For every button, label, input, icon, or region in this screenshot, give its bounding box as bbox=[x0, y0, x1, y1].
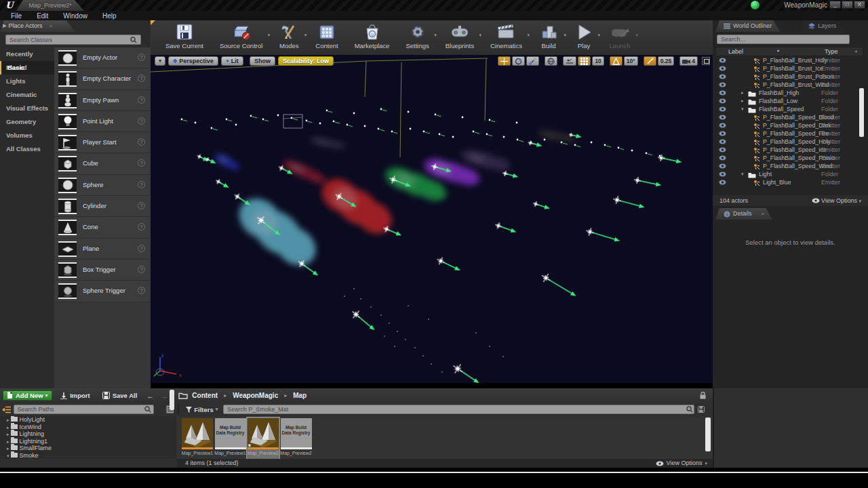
outliner-header[interactable]: Label ▴ Type ▾ bbox=[715, 47, 863, 56]
help-icon[interactable]: ? bbox=[138, 223, 145, 230]
outliner-row-flashball_low[interactable]: ▸FlashBall_LowFolder bbox=[715, 97, 863, 105]
marketplace-button[interactable]: uMarketplace bbox=[347, 20, 398, 55]
place-item-sphere-trigger[interactable]: Sphere Trigger? bbox=[54, 281, 151, 302]
outliner-search-input[interactable]: Search... bbox=[717, 35, 850, 44]
rotation-snap-value[interactable]: 10° bbox=[624, 56, 638, 66]
breadcrumb-content[interactable]: Content bbox=[192, 392, 218, 399]
lit-button[interactable]: ●Lit bbox=[221, 56, 243, 66]
menu-file[interactable]: File bbox=[4, 12, 28, 20]
translate-tool-icon[interactable] bbox=[498, 56, 511, 66]
tab-layers[interactable]: Layers bbox=[800, 20, 844, 32]
help-icon[interactable]: ? bbox=[138, 54, 145, 61]
blueprints-button[interactable]: Blueprints▾ bbox=[437, 20, 482, 55]
viewport-options-dropdown[interactable]: ▾ bbox=[155, 56, 165, 66]
outliner-row-p_flashball_speed_dark[interactable]: P_FlashBall_Speed_DarkEmitter bbox=[715, 121, 863, 129]
outliner-row-p_flashball_speed_poisio[interactable]: P_FlashBall_Speed_PoisioEmitter bbox=[715, 154, 863, 162]
modes-button[interactable]: Modes▾ bbox=[271, 20, 307, 55]
scalability-button[interactable]: Scalability: Low bbox=[278, 56, 334, 66]
assets-scrollbar[interactable] bbox=[705, 418, 711, 451]
category-visual-effects[interactable]: Visual Effects bbox=[0, 102, 54, 115]
save-current-button[interactable]: Save Current bbox=[157, 20, 212, 55]
help-icon[interactable]: ? bbox=[138, 117, 145, 125]
outliner-row-p_flashball_speed_holy[interactable]: P_FlashBall_Speed_HolyEmitter bbox=[715, 138, 863, 146]
asset-map_preview1-builddata[interactable]: Map Build Data RegistryMap_Preview1 bbox=[214, 418, 247, 459]
maximize-button[interactable]: □ bbox=[842, 1, 853, 9]
place-item-plane[interactable]: Plane? bbox=[54, 239, 151, 260]
breadcrumb-map[interactable]: Map bbox=[293, 392, 307, 399]
show-button[interactable]: Show bbox=[250, 56, 275, 66]
help-icon[interactable]: ? bbox=[138, 75, 145, 82]
place-actors-tab[interactable]: ➤ Place Actors× bbox=[0, 20, 75, 32]
help-icon[interactable]: ? bbox=[138, 287, 145, 294]
save-search-icon[interactable] bbox=[698, 406, 705, 413]
lock-icon[interactable] bbox=[700, 392, 706, 399]
search-assets-input[interactable]: Search P_Smoke_Mat bbox=[223, 405, 694, 414]
perspective-button[interactable]: ◆Perspective bbox=[168, 56, 218, 66]
surface-snap-icon[interactable] bbox=[563, 56, 576, 66]
search-paths-input[interactable]: Search Paths bbox=[14, 405, 155, 414]
asset-map_preview1[interactable]: Map_Preview1 bbox=[181, 418, 214, 459]
rotate-tool-icon[interactable] bbox=[512, 56, 525, 66]
outliner-row-p_flashball_speed_ice[interactable]: P_FlashBall_Speed_IceEmitter bbox=[715, 146, 863, 154]
content-button[interactable]: Content bbox=[307, 20, 346, 55]
scale-tool-icon[interactable] bbox=[526, 56, 539, 66]
settings-button[interactable]: Settings▾ bbox=[397, 20, 437, 55]
place-item-point-light[interactable]: Point Light? bbox=[54, 111, 151, 132]
nav-back-icon[interactable]: ← bbox=[145, 392, 155, 400]
outliner-row-p_flashball_brust_holy[interactable]: P_FlashBall_Brust_HolyEmitter bbox=[715, 56, 863, 64]
category-volumes[interactable]: Volumes bbox=[0, 129, 54, 142]
place-item-empty-pawn[interactable]: Empty Pawn? bbox=[54, 90, 151, 111]
place-item-sphere[interactable]: Sphere? bbox=[54, 175, 151, 196]
maximize-viewport-icon[interactable] bbox=[702, 57, 710, 65]
place-item-empty-actor[interactable]: Empty Actor? bbox=[54, 47, 151, 68]
place-item-cylinder[interactable]: Cylinder? bbox=[54, 196, 151, 217]
tab-world-outliner[interactable]: World Outliner bbox=[715, 20, 780, 32]
build-button[interactable]: Build▾ bbox=[530, 20, 567, 55]
outliner-row-p_flashball_speed_blood[interactable]: P_FlashBall_Speed_BloodEmitter bbox=[715, 113, 863, 121]
tree-folder-smallflame[interactable]: ▸SmallFlame bbox=[0, 445, 176, 452]
source-control-button[interactable]: Source Control▾ bbox=[212, 20, 271, 55]
save-all-button[interactable]: Save All bbox=[98, 392, 142, 399]
category-recently-placed[interactable]: Recently Placed bbox=[0, 47, 54, 61]
place-item-box-trigger[interactable]: Box Trigger? bbox=[54, 260, 151, 281]
tree-folder-lightning1[interactable]: ▸Lightning1 bbox=[0, 438, 176, 445]
help-icon[interactable]: ? bbox=[138, 181, 145, 188]
menu-help[interactable]: Help bbox=[96, 12, 123, 20]
outliner-row-flashball_speed[interactable]: ▾FlashBall_SpeedFolder bbox=[715, 105, 863, 113]
outliner-row-flashball_high[interactable]: ▸FlashBall_HighFolder bbox=[715, 89, 863, 97]
search-classes-input[interactable]: Search Classes bbox=[5, 35, 141, 45]
scale-snap-value[interactable]: 0.25 bbox=[658, 56, 675, 66]
breadcrumb-weaponmagic[interactable]: WeaponMagic bbox=[233, 392, 278, 399]
expand-arrow-icon[interactable]: ▾ bbox=[741, 105, 744, 113]
sources-toggle-icon[interactable] bbox=[2, 406, 11, 413]
tree-folder-smoke[interactable]: ▾Smoke bbox=[0, 452, 176, 459]
place-item-cone[interactable]: Cone? bbox=[54, 217, 151, 238]
outliner-row-p_flashball_brust_poison[interactable]: P_FlashBall_Brust_PoisonEmitter bbox=[715, 73, 863, 81]
camera-speed-button[interactable]: 4 bbox=[679, 56, 698, 66]
scale-snap-icon[interactable] bbox=[644, 56, 656, 66]
nav-forward-icon[interactable]: → bbox=[159, 392, 170, 400]
grid-snap-icon[interactable] bbox=[578, 56, 591, 66]
cinematics-button[interactable]: Cinematics▾ bbox=[482, 20, 530, 55]
level-tab[interactable]: Map_Preview2* bbox=[16, 0, 84, 11]
outliner-row-light[interactable]: ▾LightFolder bbox=[715, 170, 863, 178]
play-button[interactable]: Play▾ bbox=[567, 20, 601, 55]
outliner-row-p_flashball_speed_fire[interactable]: P_FlashBall_Speed_FireEmitter bbox=[715, 129, 863, 138]
help-icon[interactable]: ? bbox=[138, 266, 145, 273]
help-icon[interactable]: ? bbox=[138, 202, 145, 209]
category-lights[interactable]: Lights bbox=[0, 75, 54, 88]
expand-arrow-icon[interactable]: ▾ bbox=[741, 170, 744, 178]
place-item-player-start[interactable]: Player Start? bbox=[54, 132, 151, 153]
category-basic[interactable]: Basic bbox=[0, 61, 54, 75]
asset-map_preview2[interactable]: *Map_Preview2 bbox=[247, 418, 279, 459]
collapse-arrow-icon[interactable]: ▸ bbox=[741, 97, 744, 105]
filters-button[interactable]: Filters▾ bbox=[183, 406, 220, 413]
outliner-row-p_flashball_speed_wind[interactable]: P_FlashBall_Speed_WindEmitter bbox=[715, 162, 863, 170]
outliner-row-p_flashball_brust_ice[interactable]: P_FlashBall_Brust_IceEmitter bbox=[715, 64, 863, 73]
add-new-button[interactable]: Add New▾ bbox=[3, 390, 52, 401]
import-button[interactable]: Import bbox=[56, 392, 94, 399]
minimize-button[interactable]: _ bbox=[829, 1, 841, 9]
collapse-arrow-icon[interactable]: ▸ bbox=[741, 89, 744, 97]
help-icon[interactable]: ? bbox=[138, 138, 145, 146]
close-button[interactable]: X bbox=[854, 1, 865, 9]
